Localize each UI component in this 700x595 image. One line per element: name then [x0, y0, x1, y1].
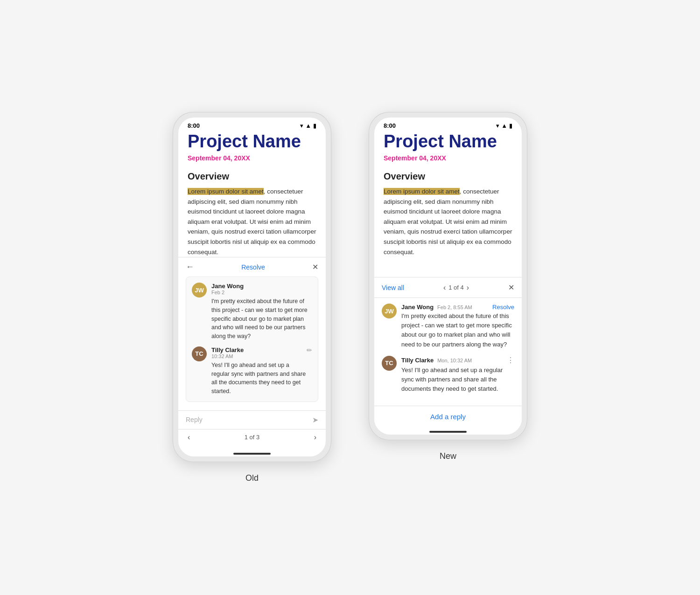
old-comment-2-time: 10:32 AM [211, 353, 307, 359]
old-phone-section: 8:00 ▾ ▲ ▮ Project Name September 04, 20… [173, 112, 331, 483]
new-comment-1-time: Feb 2, 8:55 AM [437, 304, 472, 310]
signal-icon: ▲ [305, 122, 311, 129]
new-highlight-text: Lorem ipsum dolor sit amet [384, 188, 460, 195]
old-highlight-text: Lorem ipsum dolor sit amet [188, 188, 264, 195]
old-comment-2-row: Tilly Clarke 10:32 AM Yes! I'll go ahead… [211, 346, 312, 396]
edit-icon[interactable]: ✏ [307, 346, 312, 354]
new-comment-2-header: Tilly Clarke Mon, 10:32 AM ⋮ [401, 356, 514, 365]
wifi-icon: ▾ [300, 122, 303, 129]
new-battery-icon: ▮ [509, 122, 512, 129]
new-status-bar: 8:00 ▾ ▲ ▮ [374, 118, 522, 132]
old-comment-1: JW Jane Wong Feb 2 I'm pretty excited ab… [192, 283, 312, 341]
old-page-count: 1 of 3 [245, 434, 260, 441]
old-comment-1-time: Feb 2 [211, 290, 312, 295]
old-avatar-tilly: TC [192, 346, 207, 361]
new-avatar-tilly: TC [382, 356, 397, 371]
next-nav-arrow[interactable]: › [467, 284, 469, 292]
new-avatar-jane: JW [382, 304, 397, 318]
old-comment-thread: JW Jane Wong Feb 2 I'm pretty excited ab… [186, 277, 318, 402]
old-comment-panel: ← Resolve ✕ JW Jane Wong Feb 2 [178, 257, 326, 410]
battery-icon: ▮ [313, 122, 316, 129]
view-all-button[interactable]: View all [382, 284, 404, 291]
new-comment-1-meta: Jane Wong Feb 2, 8:55 AM Resolve I'm pre… [401, 304, 514, 349]
new-phone-frame: 8:00 ▾ ▲ ▮ Project Name September 04, 20… [369, 112, 527, 440]
old-close-button[interactable]: ✕ [312, 263, 318, 271]
new-comment-1-author: Jane Wong [401, 304, 434, 311]
new-overview-heading: Overview [384, 171, 512, 182]
old-pagination-bar: ‹ 1 of 3 › [178, 429, 326, 449]
old-label: Old [245, 473, 259, 483]
old-avatar-tilly-img: TC [192, 346, 207, 361]
new-resolve-button[interactable]: Resolve [492, 304, 514, 311]
old-comment-1-author: Jane Wong [211, 283, 312, 290]
new-status-time: 8:00 [384, 122, 396, 129]
new-comment-2-author-time: Tilly Clarke Mon, 10:32 AM [401, 357, 472, 364]
old-overview-rest: , consectetuer adipiscing elit, sed diam… [188, 188, 316, 256]
nav-count: 1 of 4 [448, 284, 464, 291]
new-label: New [440, 451, 456, 461]
new-comment-2-author: Tilly Clarke [401, 357, 434, 364]
old-overview-heading: Overview [188, 171, 316, 182]
new-comment-2-text: Yes! I'll go ahead and set up a regular … [401, 367, 503, 392]
new-comment-2-meta: Tilly Clarke Mon, 10:32 AM ⋮ Yes! I'll g… [401, 356, 514, 394]
old-phone-frame: 8:00 ▾ ▲ ▮ Project Name September 04, 20… [173, 112, 331, 462]
old-phone-content: Project Name September 04, 20XX Overview… [178, 132, 326, 257]
old-status-icons: ▾ ▲ ▮ [300, 122, 316, 129]
old-comment-2: TC Tilly Clarke 10:32 AM Yes! I'll go ah… [192, 346, 312, 396]
old-next-arrow[interactable]: › [314, 433, 316, 442]
new-close-button[interactable]: ✕ [508, 283, 514, 292]
old-phone-inner: 8:00 ▾ ▲ ▮ Project Name September 04, 20… [178, 118, 326, 457]
old-comment-2-author: Tilly Clarke [211, 346, 307, 353]
back-arrow-icon[interactable]: ← [186, 262, 194, 272]
comparison-wrapper: 8:00 ▾ ▲ ▮ Project Name September 04, 20… [173, 112, 527, 483]
old-comment-1-text: I'm pretty excited about the future of t… [211, 297, 312, 341]
old-reply-placeholder[interactable]: Reply [186, 416, 203, 423]
new-comment-2-time: Mon, 10:32 AM [437, 358, 472, 363]
new-overview-rest: , consectetuer adipiscing elit, sed diam… [384, 188, 512, 256]
new-comment-1-text: I'm pretty excited about the future of t… [401, 312, 512, 347]
prev-nav-arrow[interactable]: ‹ [443, 284, 446, 292]
new-comment-panel-header: View all ‹ 1 of 4 › ✕ [374, 277, 522, 298]
new-status-icons: ▾ ▲ ▮ [496, 122, 512, 129]
old-comment-2-meta: Tilly Clarke 10:32 AM Yes! I'll go ahead… [211, 346, 307, 396]
old-avatar-jane-img: JW [192, 283, 207, 298]
old-project-date: September 04, 20XX [188, 154, 316, 162]
old-prev-arrow[interactable]: ‹ [188, 433, 190, 442]
old-comment-2-text: Yes! I'll go ahead and set up a regular … [211, 361, 307, 396]
old-status-bar: 8:00 ▾ ▲ ▮ [178, 118, 326, 132]
new-avatar-tilly-img: TC [382, 356, 397, 371]
old-comment-1-meta: Jane Wong Feb 2 I'm pretty excited about… [211, 283, 312, 341]
old-resolve-button[interactable]: Resolve [241, 263, 265, 271]
new-phone-section: 8:00 ▾ ▲ ▮ Project Name September 04, 20… [369, 112, 527, 461]
old-avatar-jane: JW [192, 283, 207, 298]
new-phone-content: Project Name September 04, 20XX Overview… [374, 132, 522, 277]
new-comment-2: TC Tilly Clarke Mon, 10:32 AM ⋮ [382, 356, 514, 394]
new-comment-1-author-time: Jane Wong Feb 2, 8:55 AM [401, 304, 472, 311]
new-comment-thread: JW Jane Wong Feb 2, 8:55 AM Resolve [374, 298, 522, 406]
new-comment-panel: View all ‹ 1 of 4 › ✕ JW [374, 277, 522, 427]
new-wifi-icon: ▾ [496, 122, 499, 129]
add-reply-text[interactable]: Add a reply [430, 413, 466, 421]
add-reply-area[interactable]: Add a reply [374, 406, 522, 427]
new-overview-text: Lorem ipsum dolor sit amet, consectetuer… [384, 187, 512, 257]
new-comment-1: JW Jane Wong Feb 2, 8:55 AM Resolve [382, 304, 514, 349]
old-home-bar [233, 453, 271, 455]
new-comment-1-header: Jane Wong Feb 2, 8:55 AM Resolve [401, 304, 514, 311]
new-project-title: Project Name [384, 132, 512, 152]
new-signal-icon: ▲ [501, 122, 507, 129]
old-reply-input-area: Reply ➤ [178, 410, 326, 429]
new-phone-inner: 8:00 ▾ ▲ ▮ Project Name September 04, 20… [374, 118, 522, 435]
nav-controls: ‹ 1 of 4 › [443, 284, 469, 292]
old-status-time: 8:00 [188, 122, 200, 129]
old-overview-text: Lorem ipsum dolor sit amet, consectetuer… [188, 187, 316, 257]
new-home-bar [429, 431, 467, 433]
old-comment-panel-header: ← Resolve ✕ [186, 262, 318, 272]
new-project-date: September 04, 20XX [384, 154, 512, 162]
old-home-indicator [178, 449, 326, 457]
new-home-indicator [374, 427, 522, 435]
old-send-icon[interactable]: ➤ [312, 415, 318, 424]
three-dots-menu[interactable]: ⋮ [507, 356, 514, 365]
new-avatar-jane-img: JW [382, 304, 397, 318]
old-project-title: Project Name [188, 132, 316, 152]
